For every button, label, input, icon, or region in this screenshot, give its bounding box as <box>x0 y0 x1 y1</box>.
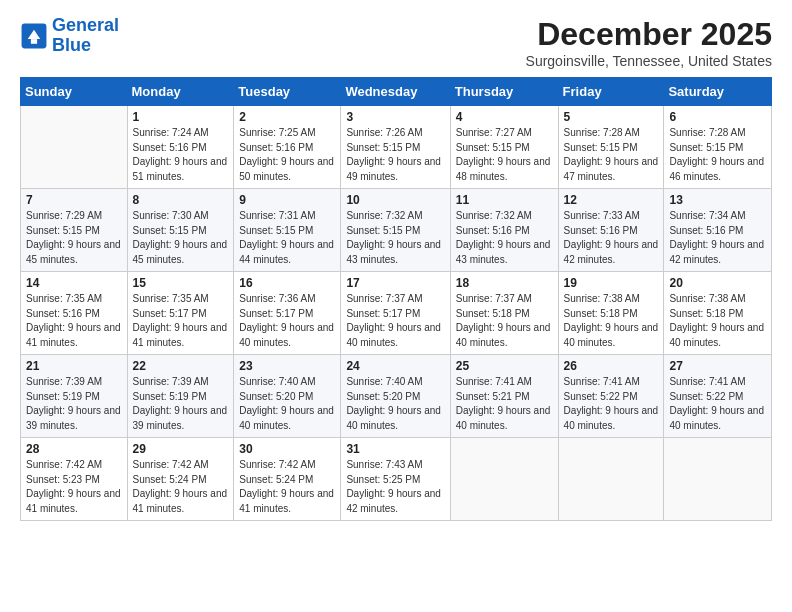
page-container: General Blue December 2025 Surgoinsville… <box>0 0 792 531</box>
day-detail: Sunrise: 7:27 AMSunset: 5:15 PMDaylight:… <box>456 126 553 184</box>
day-detail: Sunrise: 7:24 AMSunset: 5:16 PMDaylight:… <box>133 126 229 184</box>
calendar-cell: 10Sunrise: 7:32 AMSunset: 5:15 PMDayligh… <box>341 189 450 272</box>
calendar-week-row: 28Sunrise: 7:42 AMSunset: 5:23 PMDayligh… <box>21 438 772 521</box>
day-number: 20 <box>669 276 766 290</box>
calendar-cell: 31Sunrise: 7:43 AMSunset: 5:25 PMDayligh… <box>341 438 450 521</box>
header-friday: Friday <box>558 78 664 106</box>
day-detail: Sunrise: 7:29 AMSunset: 5:15 PMDaylight:… <box>26 209 122 267</box>
title-block: December 2025 Surgoinsville, Tennessee, … <box>526 16 772 69</box>
day-detail: Sunrise: 7:42 AMSunset: 5:23 PMDaylight:… <box>26 458 122 516</box>
day-detail: Sunrise: 7:31 AMSunset: 5:15 PMDaylight:… <box>239 209 335 267</box>
header-monday: Monday <box>127 78 234 106</box>
calendar-cell: 12Sunrise: 7:33 AMSunset: 5:16 PMDayligh… <box>558 189 664 272</box>
calendar-cell: 2Sunrise: 7:25 AMSunset: 5:16 PMDaylight… <box>234 106 341 189</box>
day-detail: Sunrise: 7:26 AMSunset: 5:15 PMDaylight:… <box>346 126 444 184</box>
calendar-cell: 21Sunrise: 7:39 AMSunset: 5:19 PMDayligh… <box>21 355 128 438</box>
day-detail: Sunrise: 7:42 AMSunset: 5:24 PMDaylight:… <box>239 458 335 516</box>
day-detail: Sunrise: 7:37 AMSunset: 5:17 PMDaylight:… <box>346 292 444 350</box>
weekday-header-row: Sunday Monday Tuesday Wednesday Thursday… <box>21 78 772 106</box>
day-detail: Sunrise: 7:35 AMSunset: 5:17 PMDaylight:… <box>133 292 229 350</box>
day-detail: Sunrise: 7:30 AMSunset: 5:15 PMDaylight:… <box>133 209 229 267</box>
calendar-cell: 13Sunrise: 7:34 AMSunset: 5:16 PMDayligh… <box>664 189 772 272</box>
calendar-cell: 3Sunrise: 7:26 AMSunset: 5:15 PMDaylight… <box>341 106 450 189</box>
day-detail: Sunrise: 7:40 AMSunset: 5:20 PMDaylight:… <box>239 375 335 433</box>
day-number: 6 <box>669 110 766 124</box>
day-number: 1 <box>133 110 229 124</box>
day-number: 23 <box>239 359 335 373</box>
calendar-cell <box>664 438 772 521</box>
calendar-cell: 25Sunrise: 7:41 AMSunset: 5:21 PMDayligh… <box>450 355 558 438</box>
calendar-cell: 1Sunrise: 7:24 AMSunset: 5:16 PMDaylight… <box>127 106 234 189</box>
day-detail: Sunrise: 7:43 AMSunset: 5:25 PMDaylight:… <box>346 458 444 516</box>
header-saturday: Saturday <box>664 78 772 106</box>
day-detail: Sunrise: 7:38 AMSunset: 5:18 PMDaylight:… <box>564 292 659 350</box>
calendar-cell <box>21 106 128 189</box>
calendar-week-row: 14Sunrise: 7:35 AMSunset: 5:16 PMDayligh… <box>21 272 772 355</box>
calendar-week-row: 21Sunrise: 7:39 AMSunset: 5:19 PMDayligh… <box>21 355 772 438</box>
day-number: 13 <box>669 193 766 207</box>
day-detail: Sunrise: 7:25 AMSunset: 5:16 PMDaylight:… <box>239 126 335 184</box>
day-number: 24 <box>346 359 444 373</box>
header-thursday: Thursday <box>450 78 558 106</box>
day-detail: Sunrise: 7:39 AMSunset: 5:19 PMDaylight:… <box>133 375 229 433</box>
day-detail: Sunrise: 7:37 AMSunset: 5:18 PMDaylight:… <box>456 292 553 350</box>
calendar-table: Sunday Monday Tuesday Wednesday Thursday… <box>20 77 772 521</box>
day-number: 31 <box>346 442 444 456</box>
calendar-cell: 5Sunrise: 7:28 AMSunset: 5:15 PMDaylight… <box>558 106 664 189</box>
day-number: 10 <box>346 193 444 207</box>
header: General Blue December 2025 Surgoinsville… <box>20 16 772 69</box>
calendar-cell: 6Sunrise: 7:28 AMSunset: 5:15 PMDaylight… <box>664 106 772 189</box>
calendar-week-row: 7Sunrise: 7:29 AMSunset: 5:15 PMDaylight… <box>21 189 772 272</box>
logo-text: General Blue <box>52 16 119 56</box>
day-number: 11 <box>456 193 553 207</box>
day-detail: Sunrise: 7:41 AMSunset: 5:21 PMDaylight:… <box>456 375 553 433</box>
main-title: December 2025 <box>526 16 772 53</box>
calendar-cell: 19Sunrise: 7:38 AMSunset: 5:18 PMDayligh… <box>558 272 664 355</box>
day-number: 30 <box>239 442 335 456</box>
header-wednesday: Wednesday <box>341 78 450 106</box>
day-number: 29 <box>133 442 229 456</box>
day-number: 2 <box>239 110 335 124</box>
day-detail: Sunrise: 7:32 AMSunset: 5:15 PMDaylight:… <box>346 209 444 267</box>
calendar-cell: 28Sunrise: 7:42 AMSunset: 5:23 PMDayligh… <box>21 438 128 521</box>
logo: General Blue <box>20 16 119 56</box>
day-number: 9 <box>239 193 335 207</box>
day-detail: Sunrise: 7:39 AMSunset: 5:19 PMDaylight:… <box>26 375 122 433</box>
day-detail: Sunrise: 7:42 AMSunset: 5:24 PMDaylight:… <box>133 458 229 516</box>
calendar-cell: 24Sunrise: 7:40 AMSunset: 5:20 PMDayligh… <box>341 355 450 438</box>
calendar-cell: 15Sunrise: 7:35 AMSunset: 5:17 PMDayligh… <box>127 272 234 355</box>
calendar-cell: 23Sunrise: 7:40 AMSunset: 5:20 PMDayligh… <box>234 355 341 438</box>
day-number: 5 <box>564 110 659 124</box>
day-detail: Sunrise: 7:41 AMSunset: 5:22 PMDaylight:… <box>564 375 659 433</box>
day-number: 17 <box>346 276 444 290</box>
calendar-cell: 30Sunrise: 7:42 AMSunset: 5:24 PMDayligh… <box>234 438 341 521</box>
calendar-cell: 29Sunrise: 7:42 AMSunset: 5:24 PMDayligh… <box>127 438 234 521</box>
day-number: 14 <box>26 276 122 290</box>
calendar-cell: 20Sunrise: 7:38 AMSunset: 5:18 PMDayligh… <box>664 272 772 355</box>
calendar-week-row: 1Sunrise: 7:24 AMSunset: 5:16 PMDaylight… <box>21 106 772 189</box>
day-number: 27 <box>669 359 766 373</box>
calendar-cell: 8Sunrise: 7:30 AMSunset: 5:15 PMDaylight… <box>127 189 234 272</box>
day-number: 26 <box>564 359 659 373</box>
header-sunday: Sunday <box>21 78 128 106</box>
calendar-cell: 17Sunrise: 7:37 AMSunset: 5:17 PMDayligh… <box>341 272 450 355</box>
day-detail: Sunrise: 7:33 AMSunset: 5:16 PMDaylight:… <box>564 209 659 267</box>
calendar-cell: 11Sunrise: 7:32 AMSunset: 5:16 PMDayligh… <box>450 189 558 272</box>
day-number: 12 <box>564 193 659 207</box>
day-detail: Sunrise: 7:36 AMSunset: 5:17 PMDaylight:… <box>239 292 335 350</box>
subtitle: Surgoinsville, Tennessee, United States <box>526 53 772 69</box>
day-number: 15 <box>133 276 229 290</box>
calendar-cell: 4Sunrise: 7:27 AMSunset: 5:15 PMDaylight… <box>450 106 558 189</box>
svg-rect-2 <box>31 39 37 44</box>
day-number: 8 <box>133 193 229 207</box>
calendar-cell: 9Sunrise: 7:31 AMSunset: 5:15 PMDaylight… <box>234 189 341 272</box>
day-number: 22 <box>133 359 229 373</box>
day-number: 25 <box>456 359 553 373</box>
day-detail: Sunrise: 7:28 AMSunset: 5:15 PMDaylight:… <box>564 126 659 184</box>
calendar-cell: 22Sunrise: 7:39 AMSunset: 5:19 PMDayligh… <box>127 355 234 438</box>
day-detail: Sunrise: 7:41 AMSunset: 5:22 PMDaylight:… <box>669 375 766 433</box>
day-detail: Sunrise: 7:38 AMSunset: 5:18 PMDaylight:… <box>669 292 766 350</box>
day-detail: Sunrise: 7:34 AMSunset: 5:16 PMDaylight:… <box>669 209 766 267</box>
day-detail: Sunrise: 7:40 AMSunset: 5:20 PMDaylight:… <box>346 375 444 433</box>
calendar-cell: 18Sunrise: 7:37 AMSunset: 5:18 PMDayligh… <box>450 272 558 355</box>
